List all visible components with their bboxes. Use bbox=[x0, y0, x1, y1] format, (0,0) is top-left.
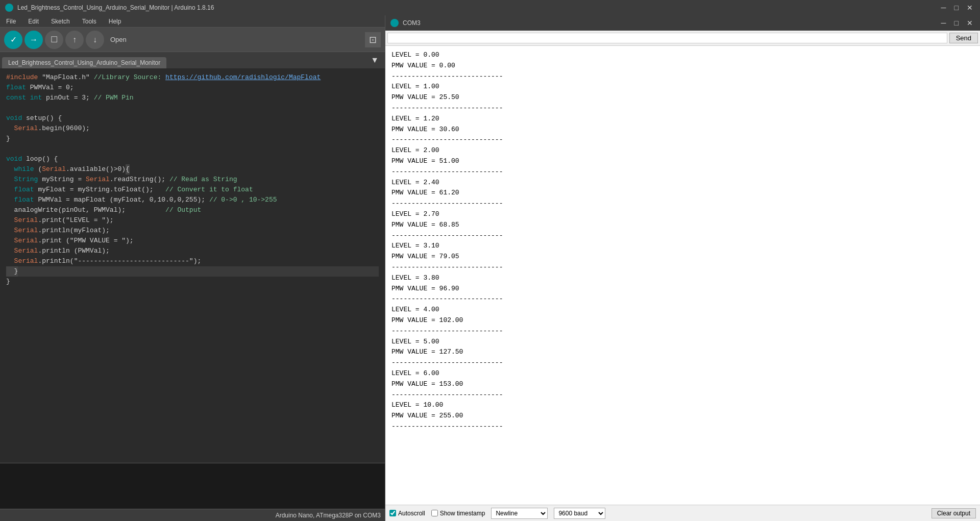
serial-output-line: PMW VALUE = 25.50 bbox=[391, 92, 974, 103]
serial-minimize-button[interactable]: ─ bbox=[939, 19, 948, 27]
code-line-8 bbox=[6, 144, 379, 154]
active-tab[interactable]: Led_Brightness_Control_Using_Arduino_Ser… bbox=[2, 57, 166, 68]
save-button[interactable]: ↓ bbox=[86, 31, 104, 49]
code-line-6: Serial.begin(9600); bbox=[6, 123, 379, 134]
serial-output-line: ---------------------------- bbox=[391, 421, 974, 432]
serial-send-button[interactable]: Send bbox=[949, 33, 978, 43]
menu-file[interactable]: File bbox=[4, 17, 18, 26]
newline-select[interactable]: NewlineNo line endingCarriage returnBoth… bbox=[491, 508, 548, 519]
serial-output-line: PMW VALUE = 68.85 bbox=[391, 220, 974, 231]
timestamp-checkbox[interactable] bbox=[431, 510, 438, 516]
baud-select[interactable]: 300 baud1200 baud2400 baud4800 baud9600 … bbox=[554, 508, 605, 519]
code-line-20: } bbox=[6, 266, 379, 277]
autoscroll-checkbox[interactable] bbox=[389, 510, 396, 516]
serial-output-line: ---------------------------- bbox=[391, 294, 974, 305]
serial-output-line: LEVEL = 2.70 bbox=[391, 209, 974, 220]
menu-sketch[interactable]: Sketch bbox=[49, 17, 72, 26]
menu-tools[interactable]: Tools bbox=[80, 17, 99, 26]
serial-monitor-panel: COM3 ─ □ ✕ Send LEVEL = 0.00PMW VALUE = … bbox=[385, 15, 980, 521]
serial-output-line: ---------------------------- bbox=[391, 71, 974, 82]
serial-output-line: PMW VALUE = 30.60 bbox=[391, 125, 974, 135]
serial-output-line: LEVEL = 2.40 bbox=[391, 178, 974, 188]
code-line-19: Serial.println("------------------------… bbox=[6, 256, 379, 266]
serial-output-line: LEVEL = 4.00 bbox=[391, 305, 974, 315]
serial-output-line: LEVEL = 10.00 bbox=[391, 400, 974, 411]
timestamp-label[interactable]: Show timestamp bbox=[431, 510, 485, 517]
serial-output-line: LEVEL = 0.00 bbox=[391, 50, 974, 61]
code-line-1: #include "MapFloat.h" //Library Source: … bbox=[6, 72, 379, 83]
code-line-16: Serial.println(myFloat); bbox=[6, 226, 379, 236]
serial-output-line: PMW VALUE = 102.00 bbox=[391, 315, 974, 326]
serial-input-field[interactable] bbox=[387, 33, 947, 43]
autoscroll-label[interactable]: Autoscroll bbox=[389, 510, 425, 517]
serial-monitor-title-bar: COM3 ─ □ ✕ bbox=[385, 15, 980, 31]
code-line-18: Serial.println (PWMVal); bbox=[6, 246, 379, 256]
menu-help[interactable]: Help bbox=[107, 17, 124, 26]
serial-output-line: LEVEL = 3.10 bbox=[391, 241, 974, 252]
code-line-9: void loop() { bbox=[6, 154, 379, 164]
serial-output-line: ---------------------------- bbox=[391, 358, 974, 368]
code-line-3: const int pinOut = 3; // PWM Pin bbox=[6, 93, 379, 103]
arduino-title-bar: Led_Brightness_Control_Using_Arduino_Ser… bbox=[0, 0, 980, 15]
serial-output-line: ---------------------------- bbox=[391, 231, 974, 241]
tab-label: Led_Brightness_Control_Using_Arduino_Ser… bbox=[8, 59, 160, 66]
serial-output-line: ---------------------------- bbox=[391, 326, 974, 337]
verify-button[interactable]: ✓ bbox=[4, 31, 22, 49]
upload-button[interactable]: → bbox=[24, 31, 43, 49]
serial-output-line: ---------------------------- bbox=[391, 262, 974, 273]
serial-input-bar: Send bbox=[385, 31, 980, 46]
maximize-button[interactable]: □ bbox=[952, 4, 961, 12]
serial-output: LEVEL = 0.00PMW VALUE = 0.00------------… bbox=[385, 46, 980, 505]
arduino-window-title: Led_Brightness_Control_Using_Arduino_Ser… bbox=[17, 4, 214, 11]
open-button[interactable]: ↑ bbox=[65, 31, 84, 49]
menu-edit[interactable]: Edit bbox=[26, 17, 41, 26]
serial-output-line: LEVEL = 1.20 bbox=[391, 114, 974, 125]
tab-bar: Led_Brightness_Control_Using_Arduino_Ser… bbox=[0, 52, 385, 68]
serial-output-line: ---------------------------- bbox=[391, 390, 974, 401]
code-line-15: Serial.print("LEVEL = "); bbox=[6, 215, 379, 226]
serial-output-line: PMW VALUE = 127.50 bbox=[391, 347, 974, 358]
arduino-ide-panel: File Edit Sketch Tools Help ✓ → ☐ ↑ ↓ Op… bbox=[0, 15, 385, 521]
console-area bbox=[0, 463, 385, 509]
code-line-14: analogWrite(pinOut, PWMVal); // Output bbox=[6, 205, 379, 215]
code-line-13: float PWMVal = mapFloat (myFloat, 0,10.0… bbox=[6, 195, 379, 205]
serial-output-line: ---------------------------- bbox=[391, 135, 974, 145]
serial-output-line: PMW VALUE = 153.00 bbox=[391, 379, 974, 390]
serial-output-line: ---------------------------- bbox=[391, 167, 974, 178]
serial-output-line: ---------------------------- bbox=[391, 199, 974, 209]
menu-bar: File Edit Sketch Tools Help bbox=[0, 15, 385, 28]
serial-output-line: LEVEL = 2.00 bbox=[391, 145, 974, 156]
close-button[interactable]: ✕ bbox=[965, 4, 975, 12]
code-line-12: float myFloat = myString.toFloat(); // C… bbox=[6, 185, 379, 195]
board-info: Arduino Nano, ATmega328P on COM3 bbox=[276, 512, 381, 519]
serial-output-line: ---------------------------- bbox=[391, 103, 974, 114]
code-line-10: while (Serial.available()>0){ bbox=[6, 164, 379, 175]
code-line-5: void setup() { bbox=[6, 113, 379, 123]
arduino-logo-icon bbox=[5, 4, 13, 12]
serial-output-line: LEVEL = 3.80 bbox=[391, 273, 974, 284]
serial-close-button[interactable]: ✕ bbox=[965, 19, 975, 27]
code-line-21: } bbox=[6, 277, 379, 287]
minimize-button[interactable]: ─ bbox=[939, 4, 948, 12]
code-editor[interactable]: #include "MapFloat.h" //Library Source: … bbox=[0, 68, 385, 463]
code-line-2: float PWMVal = 0; bbox=[6, 83, 379, 93]
serial-output-line: PMW VALUE = 79.05 bbox=[391, 252, 974, 262]
serial-output-line: PMW VALUE = 0.00 bbox=[391, 61, 974, 71]
serial-monitor-title: COM3 bbox=[403, 19, 421, 27]
toolbar: ✓ → ☐ ↑ ↓ Open ⊡ bbox=[0, 28, 385, 52]
serial-maximize-button[interactable]: □ bbox=[952, 19, 961, 27]
serial-output-line: PMW VALUE = 255.00 bbox=[391, 411, 974, 421]
serial-monitor-button[interactable]: ⊡ bbox=[365, 32, 381, 47]
code-line-17: Serial.print ("PMW VALUE = "); bbox=[6, 236, 379, 246]
code-line-4 bbox=[6, 103, 379, 113]
new-button[interactable]: ☐ bbox=[45, 31, 63, 49]
tab-dropdown-button[interactable]: ▼ bbox=[369, 54, 381, 67]
serial-output-line: LEVEL = 1.00 bbox=[391, 82, 974, 92]
open-label: Open bbox=[110, 36, 127, 43]
clear-output-button[interactable]: Clear output bbox=[932, 508, 976, 518]
serial-bottom-bar: Autoscroll Show timestamp NewlineNo line… bbox=[385, 505, 980, 521]
status-bar: Arduino Nano, ATmega328P on COM3 bbox=[0, 509, 385, 521]
serial-output-line: PMW VALUE = 61.20 bbox=[391, 188, 974, 199]
serial-output-line: LEVEL = 5.00 bbox=[391, 337, 974, 348]
serial-output-line: LEVEL = 6.00 bbox=[391, 368, 974, 379]
